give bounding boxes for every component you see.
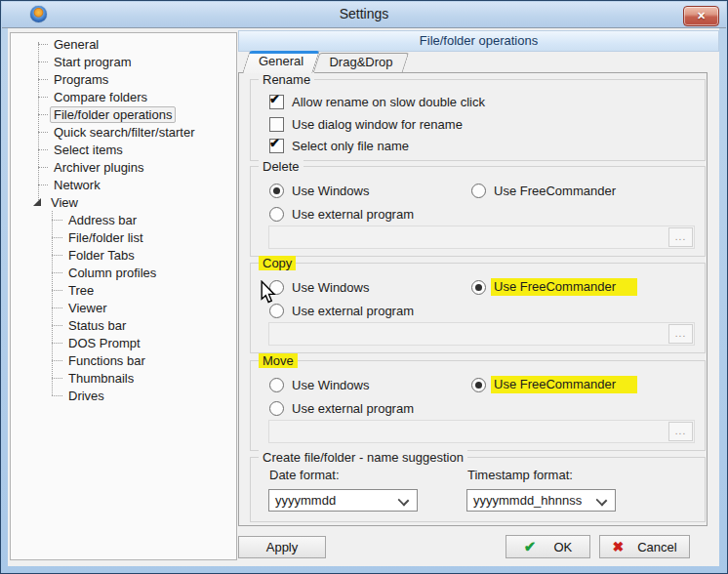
timestamp-format-label: Timestamp format: <box>467 468 573 482</box>
radio-selected-icon[interactable] <box>471 280 486 295</box>
sidebar-item-archiver-plugins[interactable]: Archiver plugins <box>11 158 236 176</box>
ok-button[interactable]: ✔ OK <box>506 535 590 558</box>
sidebar-item-view[interactable]: View <box>11 193 236 211</box>
settings-category-tree: General Start program Programs Compare f… <box>10 32 237 560</box>
tree-dots <box>38 97 48 98</box>
sidebar-item-tree[interactable]: Tree <box>11 281 236 299</box>
settings-dialog: Settings ✕ General Start program Program… <box>0 0 728 574</box>
sidebar-item-thumbnails[interactable]: Thumbnails <box>11 369 236 387</box>
rename-group: Rename ✔ Allow rename on slow double cli… <box>250 79 706 161</box>
move-use-external-option[interactable]: Use external program <box>269 400 414 416</box>
tree-dots <box>38 149 48 150</box>
tree-dots <box>38 114 48 115</box>
move-use-freecommander-option[interactable]: Use FreeCommander <box>471 377 637 392</box>
tab-general[interactable]: General <box>246 51 316 73</box>
apply-button[interactable]: Apply <box>238 536 326 558</box>
radio-selected-icon[interactable] <box>269 184 284 198</box>
sidebar-item-network[interactable]: Network <box>11 176 236 193</box>
sidebar-item-select-items[interactable]: Select items <box>11 141 236 158</box>
delete-group-title: Delete <box>259 159 303 174</box>
create-name-suggestion-group: Create file/folder - name suggestion Dat… <box>250 457 706 522</box>
move-browse-button[interactable]: ... <box>668 422 693 441</box>
sidebar-item-address-bar[interactable]: Address bar <box>11 211 236 228</box>
chevron-down-icon <box>398 495 410 507</box>
cancel-x-icon: ✖ <box>612 539 624 554</box>
use-dialog-rename-option[interactable]: Use dialog window for rename <box>269 116 463 132</box>
tree-dots <box>52 308 62 308</box>
copy-external-program-path-input[interactable]: ... <box>268 322 695 346</box>
copy-use-windows-option[interactable]: Use Windows <box>269 279 369 295</box>
delete-use-windows-option[interactable]: Use Windows <box>269 183 369 198</box>
page-title: File/folder operations <box>238 30 719 52</box>
move-use-windows-option[interactable]: Use Windows <box>269 377 369 392</box>
tab-drag-and-drop[interactable]: Drag&Drop <box>316 53 406 72</box>
sidebar-item-programs[interactable]: Programs <box>11 70 236 88</box>
sidebar-item-file-folder-operations[interactable]: File/folder operations <box>11 105 236 123</box>
copy-use-freecommander-option[interactable]: Use FreeCommander <box>471 279 637 295</box>
date-format-select[interactable]: yyyymmdd <box>268 489 418 512</box>
sidebar-item-dos-prompt[interactable]: DOS Prompt <box>11 334 236 351</box>
tree-dots <box>38 44 48 45</box>
checkbox-checked-icon[interactable]: ✔ <box>269 139 284 153</box>
radio-unselected-icon[interactable] <box>269 207 284 222</box>
move-group-title: Move <box>259 353 298 368</box>
sidebar-item-folder-tabs[interactable]: Folder Tabs <box>11 246 236 264</box>
tree-dots <box>38 167 48 168</box>
radio-unselected-icon[interactable] <box>269 378 284 392</box>
radio-selected-icon[interactable] <box>471 378 486 392</box>
move-external-program-path-input[interactable]: ... <box>268 420 695 443</box>
copy-group-title: Copy <box>259 256 296 270</box>
sidebar-item-functions-bar[interactable]: Functions bar <box>11 351 236 369</box>
sidebar-item-compare-folders[interactable]: Compare folders <box>11 88 236 105</box>
close-button[interactable]: ✕ <box>683 6 719 26</box>
sidebar-item-start-program[interactable]: Start program <box>11 53 236 70</box>
copy-use-external-option[interactable]: Use external program <box>269 303 414 318</box>
tree-expanded-icon[interactable] <box>33 198 41 206</box>
timestamp-format-select[interactable]: yyyymmdd_hhnnss <box>466 489 616 512</box>
date-format-label: Date format: <box>269 468 340 482</box>
sidebar-item-file-folder-list[interactable]: File/folder list <box>11 228 236 246</box>
move-group: Move Use Windows Use FreeCommander Use e… <box>250 360 706 451</box>
tree-dots <box>38 184 48 185</box>
delete-use-freecommander-option[interactable]: Use FreeCommander <box>471 183 616 198</box>
select-only-filename-option[interactable]: ✔ Select only file name <box>269 138 409 153</box>
tab-bar: General Drag&Drop <box>238 51 719 73</box>
checkbox-checked-icon[interactable]: ✔ <box>269 95 284 109</box>
sidebar-item-viewer[interactable]: Viewer <box>11 299 236 316</box>
tree-dots <box>52 255 62 256</box>
tree-dots <box>38 79 48 80</box>
settings-page-panel: File/folder operations General Drag&Drop… <box>238 28 719 566</box>
delete-external-program-path-input[interactable]: ... <box>268 226 695 249</box>
dialog-content: General Start program Programs Compare f… <box>8 28 719 566</box>
sidebar-item-general[interactable]: General <box>11 35 236 53</box>
window-title: Settings <box>2 6 726 21</box>
tree-dots <box>52 378 62 379</box>
tree-dots <box>52 220 62 221</box>
tree-dots <box>52 360 62 361</box>
radio-unselected-icon[interactable] <box>471 184 486 198</box>
tree-dots <box>52 325 62 326</box>
sidebar-item-quick-search[interactable]: Quick search/filter/starter <box>11 123 236 141</box>
tree-dots <box>38 62 48 62</box>
tree-dots <box>52 395 62 396</box>
tree-dots <box>52 272 62 273</box>
delete-browse-button[interactable]: ... <box>668 227 693 247</box>
sidebar-item-drives[interactable]: Drives <box>11 387 236 404</box>
allow-rename-option[interactable]: ✔ Allow rename on slow double click <box>269 94 485 109</box>
delete-use-external-option[interactable]: Use external program <box>269 206 414 222</box>
sidebar-item-column-profiles[interactable]: Column profiles <box>11 264 236 281</box>
checkbox-unchecked-icon[interactable] <box>269 117 284 132</box>
tab-page-general: Rename ✔ Allow rename on slow double cli… <box>238 72 708 526</box>
title-bar: Settings ✕ <box>2 2 726 28</box>
mouse-cursor <box>260 280 276 308</box>
ok-check-icon: ✔ <box>524 538 537 555</box>
copy-group: Copy Use Windows Use FreeCommander Use e… <box>250 263 706 353</box>
delete-group: Delete Use Windows Use FreeCommander Use… <box>250 166 706 257</box>
create-group-title: Create file/folder - name suggestion <box>259 450 467 465</box>
cancel-button[interactable]: ✖ Cancel <box>599 535 690 558</box>
chevron-down-icon <box>596 495 608 507</box>
sidebar-item-status-bar[interactable]: Status bar <box>11 316 236 334</box>
radio-unselected-icon[interactable] <box>269 401 284 416</box>
rename-group-title: Rename <box>259 72 314 87</box>
copy-browse-button[interactable]: ... <box>668 324 693 344</box>
